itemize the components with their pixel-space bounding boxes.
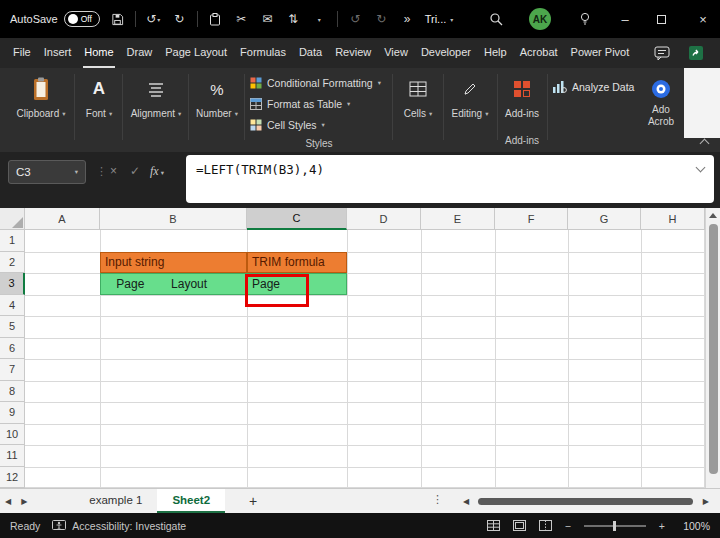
expand-formula-bar-icon[interactable] [697,164,704,171]
comments-icon[interactable] [652,43,672,63]
cut-icon[interactable]: ✂ [233,12,250,26]
sort-icon[interactable]: ⇅ [285,12,302,26]
cell-B2[interactable]: Input string [100,252,247,274]
toolbar-overflow-icon[interactable]: » [399,12,416,26]
cell-styles-button[interactable]: Cell Styles▾ [248,114,390,135]
column-header-F[interactable]: F [495,208,568,230]
next-sheet-icon[interactable]: ▶ [16,489,32,513]
ribbon-group-acrobat[interactable]: Ado Acrob [640,74,682,128]
autosave-toggle[interactable]: AutoSave Off [10,11,100,27]
zoom-slider[interactable] [584,525,646,527]
ribbon-group-editing[interactable]: Editing▾ [446,74,494,146]
column-header-C[interactable]: C [247,208,347,230]
row-header-4[interactable]: 4 [0,295,25,317]
format-as-table-button[interactable]: Format as Table▾ [248,93,390,114]
insert-function-icon[interactable]: fx▾ [150,164,164,179]
row-header-8[interactable]: 8 [0,381,25,403]
column-header-E[interactable]: E [421,208,495,230]
cancel-icon[interactable]: × [110,164,117,178]
conditional-formatting-button[interactable]: Conditional Formatting▾ [248,72,390,93]
scroll-left-icon[interactable]: ◀ [458,497,474,506]
scroll-up-icon[interactable] [709,213,717,218]
enter-icon[interactable]: ✓ [130,164,140,178]
menu-power-pivot[interactable]: Power Pivot [570,38,631,68]
menu-insert[interactable]: Insert [43,38,73,68]
ribbon-group-addins[interactable]: Add-ins Add-ins [500,74,544,146]
analyze-data-button[interactable]: Analyze Data [552,80,634,94]
maximize-button[interactable] [657,15,671,24]
normal-view-icon[interactable] [487,520,500,531]
minimize-button[interactable]: – [618,12,632,27]
menu-data[interactable]: Data [298,38,323,68]
undo-icon[interactable]: ↺▾ [145,12,162,26]
vertical-scrollbar[interactable] [705,208,720,488]
collapse-ribbon-button[interactable] [701,140,708,147]
row-header-3[interactable]: 3 [0,273,25,295]
column-header-B[interactable]: B [100,208,247,230]
menu-file[interactable]: File [12,38,32,68]
search-icon[interactable] [487,12,504,26]
row-header-10[interactable]: 10 [0,424,25,446]
cell-C2[interactable]: TRIM formula [247,252,347,274]
column-header-H[interactable]: H [641,208,705,230]
redo-icon[interactable]: ↻ [171,12,188,26]
ribbon-group-number[interactable]: % Number▾ [192,74,242,146]
select-all-corner[interactable] [0,208,25,230]
page-break-view-icon[interactable] [539,520,552,531]
zoom-level[interactable]: 100% [678,520,710,532]
row-header-12[interactable]: 12 [0,467,25,489]
scroll-right-icon[interactable]: ▶ [698,497,714,506]
menu-home[interactable]: Home [83,38,114,68]
menu-formulas[interactable]: Formulas [239,38,287,68]
zoom-in-button[interactable]: + [659,520,665,532]
horizontal-scrollbar[interactable]: ◀ ▶ [458,494,714,508]
cell-B3[interactable]: Page Layout [100,273,247,295]
sheet-cells[interactable]: Input string TRIM formula Page Layout Pa… [25,230,705,488]
document-name[interactable]: Tri...▾ [425,13,454,25]
menu-help[interactable]: Help [483,38,508,68]
formula-bar-handle[interactable]: ⋮ [96,165,107,178]
vertical-scroll-thumb[interactable] [709,224,718,474]
prev-sheet-icon[interactable]: ◀ [0,489,16,513]
menu-developer[interactable]: Developer [420,38,472,68]
accessibility-status[interactable]: Accessibility: Investigate [52,520,186,532]
zoom-slider-knob[interactable] [613,521,616,531]
row-header-6[interactable]: 6 [0,338,25,360]
menu-page-layout[interactable]: Page Layout [164,38,228,68]
column-header-D[interactable]: D [347,208,421,230]
formula-input[interactable]: =LEFT(TRIM(B3),4) [186,155,714,203]
row-header-7[interactable]: 7 [0,359,25,381]
name-box[interactable]: C3 ▾ [8,160,86,184]
avatar[interactable]: AK [529,8,551,30]
row-header-5[interactable]: 5 [0,316,25,338]
row-header-1[interactable]: 1 [0,230,25,252]
share-icon[interactable] [686,43,706,63]
menu-draw[interactable]: Draw [126,38,154,68]
column-header-A[interactable]: A [25,208,100,230]
new-sheet-button[interactable]: + [239,489,267,513]
ribbon-group-font[interactable]: A Font▾ [78,74,120,146]
ribbon-group-cells[interactable]: Cells▾ [395,74,441,146]
sheet-tab-sheet2[interactable]: Sheet2 [157,489,225,513]
column-header-G[interactable]: G [568,208,641,230]
page-layout-view-icon[interactable] [513,520,526,531]
menu-acrobat[interactable]: Acrobat [519,38,559,68]
tab-bar-more-icon[interactable]: ⋮ [432,493,443,506]
menu-review[interactable]: Review [334,38,372,68]
row-header-9[interactable]: 9 [0,402,25,424]
ribbon-group-alignment[interactable]: Alignment▾ [126,74,186,146]
ribbon-group-clipboard[interactable]: Clipboard▾ [12,74,70,146]
lightbulb-icon[interactable] [576,12,593,26]
save-icon[interactable] [109,13,126,26]
mail-icon[interactable]: ✉ [259,12,276,26]
close-button[interactable]: × [696,12,710,27]
row-header-11[interactable]: 11 [0,445,25,467]
sheet-tab-example1[interactable]: example 1 [74,489,157,513]
row-header-2[interactable]: 2 [0,252,25,274]
paste-icon[interactable] [207,13,224,26]
menu-view[interactable]: View [383,38,409,68]
zoom-out-button[interactable]: − [565,520,571,532]
autosave-switch[interactable]: Off [64,11,100,27]
horizontal-scroll-thumb[interactable] [478,498,693,505]
more-commands-icon[interactable]: ▾ [311,16,328,23]
